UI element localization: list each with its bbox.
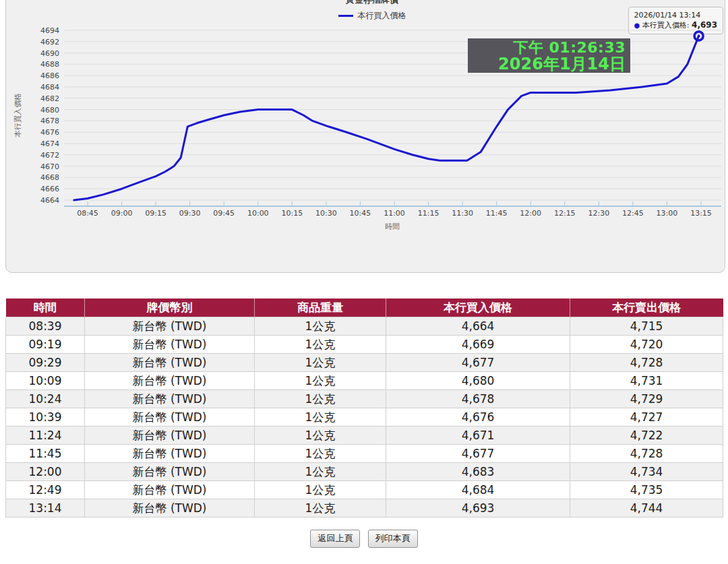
column-header: 商品重量 [255,299,386,317]
price-table-body: 08:39新台幣 (TWD)1公克4,6644,71509:19新台幣 (TWD… [6,317,723,518]
clock-overlay: 下午 01:26:33 2026年1月14日 [468,38,630,73]
price-table: 時間牌價幣別商品重量本行買入價格本行賣出價格 08:39新台幣 (TWD)1公克… [5,299,723,518]
table-cell: 4,677 [386,354,570,372]
table-header-row: 時間牌價幣別商品重量本行買入價格本行賣出價格 [6,299,723,317]
table-cell: 4,728 [570,445,723,463]
table-cell: 新台幣 (TWD) [85,445,255,463]
x-tick-label: 10:00 [247,209,269,218]
table-cell: 4,676 [386,408,570,427]
y-tick-label: 4664 [40,196,59,205]
table-cell: 新台幣 (TWD) [85,427,255,445]
table-cell: 新台幣 (TWD) [85,317,255,336]
y-tick-label: 4670 [40,162,59,171]
table-cell: 1公克 [255,408,386,427]
table-row: 13:14新台幣 (TWD)1公克4,6934,744 [6,499,723,518]
table-cell: 新台幣 (TWD) [85,372,255,390]
table-cell: 4,727 [570,408,723,427]
table-row: 10:24新台幣 (TWD)1公克4,6784,729 [6,390,723,408]
x-tick-label: 10:15 [281,209,303,218]
y-tick-label: 4666 [40,185,59,193]
table-cell: 4,728 [570,354,723,372]
x-tick-label: 09:45 [213,209,235,218]
table-cell: 12:00 [6,463,85,481]
x-tick-label: 08:45 [77,209,98,218]
table-cell: 新台幣 (TWD) [85,481,255,499]
table-cell: 10:09 [6,372,85,390]
y-tick-label: 4674 [40,139,59,148]
table-cell: 1公克 [255,336,386,354]
table-cell: 1公克 [255,372,386,390]
table-cell: 4,664 [386,317,570,336]
print-button[interactable]: 列印本頁 [368,530,418,548]
y-tick-label: 4678 [40,117,59,125]
x-tick-label: 09:30 [179,209,201,218]
table-row: 09:29新台幣 (TWD)1公克4,6774,728 [6,354,723,372]
table-cell: 4,677 [386,445,570,463]
table-cell: 4,715 [570,317,723,336]
table-cell: 13:14 [6,499,85,518]
table-cell: 1公克 [255,463,386,481]
x-tick-label: 13:00 [657,209,678,218]
table-cell: 4,735 [570,481,723,499]
table-cell: 4,683 [386,463,570,481]
x-tick-label: 09:15 [145,209,166,218]
x-tick-label: 12:45 [622,209,644,218]
table-cell: 4,720 [570,336,723,354]
y-axis-title: 本行買入價格 [13,93,22,137]
table-cell: 4,669 [386,336,570,354]
table-cell: 1公克 [255,499,386,518]
table-cell: 4,678 [386,390,570,408]
table-row: 12:00新台幣 (TWD)1公克4,6834,734 [6,463,723,481]
x-tick-label: 13:15 [690,209,712,218]
end-marker-dot [698,34,700,37]
table-cell: 1公克 [255,445,386,463]
table-cell: 新台幣 (TWD) [85,463,255,481]
table-cell: 1公克 [255,354,386,372]
y-tick-label: 4692 [40,38,59,46]
table-row: 10:09新台幣 (TWD)1公克4,6804,731 [6,372,723,390]
table-row: 08:39新台幣 (TWD)1公克4,6644,715 [6,317,723,336]
column-header: 本行買入價格 [386,299,570,317]
column-header: 時間 [6,299,85,317]
table-cell: 1公克 [255,390,386,408]
table-cell: 新台幣 (TWD) [85,354,255,372]
table-cell: 1公克 [255,317,386,336]
x-tick-label: 11:15 [418,209,439,218]
table-cell: 4,693 [386,499,570,518]
y-tick-label: 4688 [40,60,59,69]
y-tick-label: 4680 [40,106,59,115]
clock-time: 下午 01:26:33 [468,40,626,56]
x-tick-label: 11:30 [452,209,473,218]
x-tick-label: 12:15 [554,209,576,218]
table-cell: 09:29 [6,354,85,372]
table-cell: 4,680 [386,372,570,390]
table-cell: 4,722 [570,427,723,445]
x-tick-label: 11:00 [384,209,405,218]
clock-date: 2026年1月14日 [468,56,626,73]
table-cell: 新台幣 (TWD) [85,336,255,354]
table-cell: 10:39 [6,408,85,427]
table-cell: 新台幣 (TWD) [85,408,255,427]
table-row: 09:19新台幣 (TWD)1公克4,6694,720 [6,336,723,354]
table-cell: 1公克 [255,427,386,445]
table-cell: 1公克 [255,481,386,499]
x-axis-title: 時間 [385,222,400,231]
column-header: 本行賣出價格 [570,299,723,317]
y-tick-label: 4686 [40,71,59,80]
back-button[interactable]: 返回上頁 [310,530,360,548]
y-tick-label: 4694 [40,26,59,35]
table-row: 11:24新台幣 (TWD)1公克4,6714,722 [6,427,723,445]
table-cell: 4,684 [386,481,570,499]
y-tick-label: 4676 [40,128,59,137]
table-cell: 10:24 [6,390,85,408]
table-cell: 新台幣 (TWD) [85,390,255,408]
table-cell: 4,671 [386,427,570,445]
price-table-wrap: 時間牌價幣別商品重量本行買入價格本行賣出價格 08:39新台幣 (TWD)1公克… [5,299,723,518]
x-tick-label: 10:30 [315,209,337,218]
table-cell: 09:19 [6,336,85,354]
button-row: 返回上頁 列印本頁 [0,530,728,548]
y-tick-label: 4668 [40,173,59,182]
table-cell: 12:49 [6,481,85,499]
x-tick-label: 10:45 [350,209,371,218]
table-cell: 4,734 [570,463,723,481]
